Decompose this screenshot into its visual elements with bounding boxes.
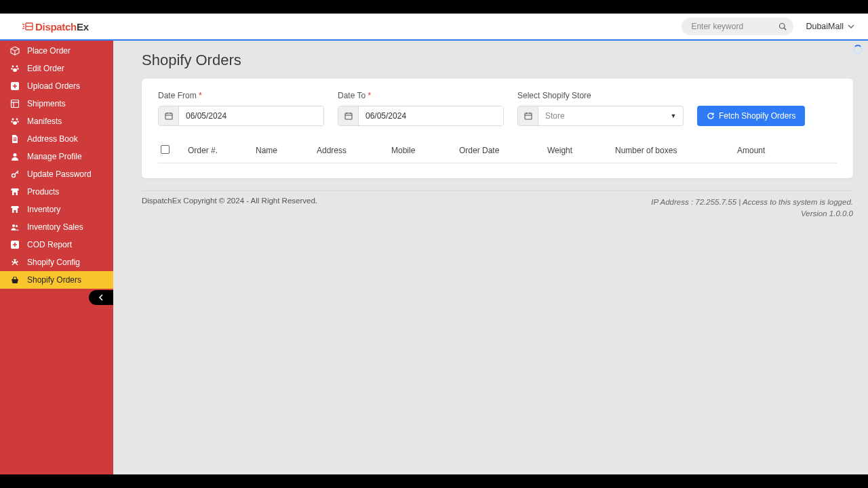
th-date: Order Date	[459, 146, 547, 155]
footer: DispatchEx Copyright © 2024 - All Right …	[142, 190, 853, 220]
select-all-checkbox[interactable]	[161, 145, 170, 154]
user-icon	[9, 151, 20, 162]
svg-point-6	[12, 66, 14, 68]
sidebar-item-label: Place Order	[27, 46, 71, 56]
svg-point-15	[12, 119, 14, 121]
layout-icon	[9, 98, 20, 109]
sidebar-item-label: Manifests	[27, 117, 62, 126]
svg-point-29	[12, 224, 15, 227]
sidebar-item-manifests[interactable]: Manifests	[0, 113, 113, 130]
svg-rect-40	[525, 113, 532, 119]
store-icon	[9, 204, 20, 215]
svg-rect-21	[14, 139, 17, 140]
sidebar-item-place-order[interactable]: Place Order	[0, 42, 113, 60]
th-boxes: Number of boxes	[615, 146, 737, 155]
sidebar-item-edit-order[interactable]: Edit Order	[0, 60, 113, 77]
refresh-icon	[707, 112, 715, 120]
svg-point-18	[17, 121, 18, 122]
topbar: DispatchEx DubaiMall	[0, 14, 868, 41]
store-select-value: Store	[538, 106, 664, 125]
search-input[interactable]	[682, 18, 793, 35]
svg-point-23	[14, 153, 17, 157]
search-box	[682, 18, 793, 35]
sidebar-item-shopify-orders[interactable]: Shopify Orders	[0, 271, 113, 289]
page-title: Shopify Orders	[142, 52, 853, 69]
sidebar-item-label: Edit Order	[27, 64, 64, 73]
sidebar-item-label: Inventory Sales	[27, 222, 83, 232]
main-content: Shopify Orders Date From * Date To *	[113, 41, 868, 474]
filter-card: Date From * Date To *	[142, 79, 853, 178]
brand-name: DispatchEx	[35, 21, 89, 33]
sidebar-item-shipments[interactable]: Shipments	[0, 95, 113, 113]
svg-point-16	[16, 119, 18, 121]
sidebar-item-label: Products	[27, 187, 59, 197]
svg-point-17	[11, 121, 12, 122]
svg-point-24	[12, 174, 16, 178]
svg-point-10	[13, 68, 17, 72]
chevron-down-icon	[848, 24, 854, 28]
date-from-input[interactable]	[179, 106, 323, 125]
sidebar-item-address-book[interactable]: Address Book	[0, 130, 113, 148]
store-field: Select Shopify Store Store ▼	[517, 91, 684, 126]
svg-rect-20	[14, 138, 17, 138]
sidebar-item-label: Upload Orders	[27, 81, 80, 91]
svg-point-8	[11, 68, 12, 69]
brand-logo: DispatchEx	[22, 21, 89, 33]
sidebar-item-label: COD Report	[27, 240, 72, 249]
svg-rect-36	[345, 113, 352, 119]
th-mobile: Mobile	[391, 146, 459, 155]
user-menu[interactable]: DubaiMall	[806, 22, 854, 31]
svg-point-19	[13, 121, 17, 125]
calendar-icon	[518, 106, 538, 125]
svg-point-4	[780, 24, 785, 29]
svg-point-30	[16, 225, 18, 227]
sidebar-item-cod-report[interactable]: COD Report	[0, 236, 113, 253]
sidebar-item-label: Inventory	[27, 205, 60, 214]
caret-down-icon: ▼	[664, 106, 683, 125]
sidebar-item-label: Shopify Orders	[27, 275, 81, 285]
date-from-field: Date From *	[158, 91, 324, 126]
store-icon	[9, 186, 20, 197]
table-header: Order #. Name Address Mobile Order Date …	[158, 140, 837, 163]
footer-copyright: DispatchEx Copyright © 2024 - All Right …	[142, 197, 317, 220]
paw-icon	[9, 116, 20, 127]
cube-icon	[9, 45, 20, 56]
sidebar-item-products[interactable]: Products	[0, 183, 113, 201]
calendar-icon[interactable]	[338, 106, 359, 125]
logo-mark-icon	[22, 22, 34, 31]
plus-icon	[9, 239, 20, 250]
sidebar-item-inventory[interactable]: Inventory	[0, 201, 113, 218]
sidebar-item-manage-profile[interactable]: Manage Profile	[0, 148, 113, 165]
search-icon[interactable]	[778, 22, 787, 30]
sidebar-item-inventory-sales[interactable]: Inventory Sales	[0, 218, 113, 236]
svg-point-7	[16, 66, 18, 68]
tools-icon	[9, 257, 20, 268]
date-to-input[interactable]	[359, 106, 503, 125]
th-weight: Weight	[547, 146, 615, 155]
sidebar-item-label: Manage Profile	[27, 152, 82, 161]
th-order: Order #.	[188, 146, 256, 155]
sidebar-item-update-password[interactable]: Update Password	[0, 165, 113, 183]
sidebar-item-shopify-config[interactable]: Shopify Config	[0, 253, 113, 271]
loading-spinner-icon	[853, 45, 863, 54]
file-icon	[9, 134, 20, 144]
sidebar-collapse-button[interactable]	[89, 290, 113, 305]
sidebar-item-upload-orders[interactable]: Upload Orders	[0, 77, 113, 95]
th-amount: Amount	[737, 146, 791, 155]
store-select[interactable]: Store ▼	[517, 106, 684, 126]
svg-rect-12	[12, 100, 19, 108]
calendar-icon[interactable]	[159, 106, 179, 125]
group-icon	[9, 222, 20, 232]
svg-rect-26	[14, 192, 16, 195]
date-to-label: Date To *	[338, 91, 504, 100]
sidebar: Place OrderEdit OrderUpload OrdersShipme…	[0, 41, 113, 474]
fetch-orders-button[interactable]: Fetch Shopify Orders	[697, 106, 805, 126]
sidebar-item-label: Update Password	[27, 169, 92, 179]
plus-icon	[9, 81, 20, 92]
sidebar-item-label: Address Book	[27, 134, 78, 144]
basket-icon	[9, 274, 20, 285]
orders-table: Order #. Name Address Mobile Order Date …	[158, 140, 837, 163]
sidebar-item-label: Shopify Config	[27, 258, 80, 267]
svg-point-9	[17, 68, 18, 69]
svg-rect-28	[14, 210, 16, 213]
